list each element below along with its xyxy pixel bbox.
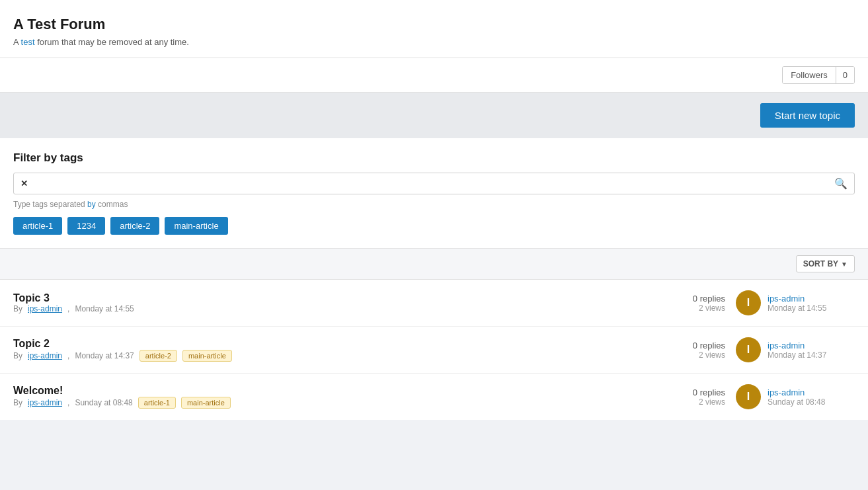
sort-bar: SORT BY ▼ bbox=[0, 249, 868, 280]
filter-title: Filter by tags bbox=[13, 151, 855, 165]
forum-title-text: A Test Forum bbox=[13, 16, 105, 32]
followers-bar: Followers 0 bbox=[0, 58, 868, 93]
tag-search-icon[interactable]: 🔍 bbox=[834, 177, 848, 190]
topic-by-label: By bbox=[13, 398, 22, 407]
start-new-topic-button[interactable]: Start new topic bbox=[760, 103, 855, 128]
topic-date: Monday at 14:55 bbox=[75, 304, 134, 313]
topic-main: Topic 3 By ips-admin, Monday at 14:55 bbox=[13, 292, 659, 313]
tag-hint: Type tags separated by commas bbox=[13, 200, 855, 209]
table-row: Welcome! By ips-admin, Sunday at 08:48 a… bbox=[0, 374, 868, 420]
topic-replies: 0 replies bbox=[659, 341, 725, 350]
sort-by-button[interactable]: SORT BY ▼ bbox=[796, 255, 855, 272]
poster-info: ips-admin Monday at 14:55 bbox=[768, 294, 826, 313]
topic-main: Topic 2 By ips-admin, Monday at 14:37 ar… bbox=[13, 338, 659, 362]
topic-tag-article-2[interactable]: article-2 bbox=[139, 350, 177, 362]
topic-views: 2 views bbox=[659, 397, 725, 407]
topics-list: Topic 3 By ips-admin, Monday at 14:55 0 … bbox=[0, 280, 868, 420]
tag-input-wrapper: ✕ 🔍 bbox=[13, 173, 855, 194]
poster-name[interactable]: ips-admin bbox=[768, 294, 826, 304]
topic-stats: 0 replies 2 views bbox=[659, 294, 725, 313]
topic-main: Welcome! By ips-admin, Sunday at 08:48 a… bbox=[13, 385, 659, 409]
topic-by-label: By bbox=[13, 304, 22, 313]
poster-info: ips-admin Monday at 14:37 bbox=[768, 341, 826, 360]
avatar: I bbox=[736, 290, 761, 315]
topic-stats: 0 replies 2 views bbox=[659, 388, 725, 407]
topic-author[interactable]: ips-admin bbox=[28, 351, 62, 360]
topic-by-label: By bbox=[13, 351, 22, 360]
avatar: I bbox=[736, 384, 761, 409]
poster-time: Monday at 14:55 bbox=[768, 304, 826, 313]
forum-header: A Test Forum A test forum that may be re… bbox=[0, 0, 868, 58]
topic-last-poster: I ips-admin Monday at 14:37 bbox=[736, 337, 855, 362]
table-row: Topic 3 By ips-admin, Monday at 14:55 0 … bbox=[0, 280, 868, 327]
table-row: Topic 2 By ips-admin, Monday at 14:37 ar… bbox=[0, 327, 868, 374]
tag-button-article-2[interactable]: article-2 bbox=[110, 217, 159, 235]
topic-replies: 0 replies bbox=[659, 294, 725, 304]
topic-title[interactable]: Topic 2 bbox=[13, 338, 50, 349]
poster-name[interactable]: ips-admin bbox=[768, 388, 825, 397]
tag-buttons: article-1 1234 article-2 main-article bbox=[13, 217, 855, 235]
topic-meta: By ips-admin, Monday at 14:37 article-2 … bbox=[13, 350, 659, 362]
topic-stats: 0 replies 2 views bbox=[659, 341, 725, 360]
sort-by-label: SORT BY bbox=[803, 259, 838, 268]
topic-views: 2 views bbox=[659, 304, 725, 313]
poster-name[interactable]: ips-admin bbox=[768, 341, 826, 350]
topic-meta: By ips-admin, Sunday at 08:48 article-1 … bbox=[13, 397, 659, 409]
tag-button-1234[interactable]: 1234 bbox=[67, 217, 105, 235]
forum-description: A test forum that may be removed at any … bbox=[13, 37, 855, 47]
topic-author[interactable]: ips-admin bbox=[28, 398, 62, 407]
topic-title[interactable]: Welcome! bbox=[13, 385, 63, 396]
topic-tag-main-article[interactable]: main-article bbox=[182, 350, 232, 362]
tag-hint-by: by bbox=[87, 200, 96, 209]
filter-section: Filter by tags ✕ 🔍 Type tags separated b… bbox=[0, 138, 868, 249]
tag-input-field[interactable] bbox=[32, 179, 834, 189]
topic-author[interactable]: ips-admin bbox=[28, 304, 62, 313]
tag-input-clear-icon[interactable]: ✕ bbox=[20, 179, 28, 188]
topic-tag-main-article[interactable]: main-article bbox=[181, 397, 231, 409]
sort-arrow-icon: ▼ bbox=[841, 261, 848, 268]
topic-tag-article-1[interactable]: article-1 bbox=[138, 397, 176, 409]
action-bar: Start new topic bbox=[0, 93, 868, 138]
topic-date: Monday at 14:37 bbox=[75, 351, 134, 360]
topic-last-poster: I ips-admin Monday at 14:55 bbox=[736, 290, 855, 315]
topic-last-poster: I ips-admin Sunday at 08:48 bbox=[736, 384, 855, 409]
followers-button[interactable]: Followers 0 bbox=[782, 66, 855, 84]
avatar: I bbox=[736, 337, 761, 362]
poster-info: ips-admin Sunday at 08:48 bbox=[768, 388, 825, 407]
followers-count: 0 bbox=[836, 67, 854, 83]
topic-views: 2 views bbox=[659, 350, 725, 360]
topic-meta: By ips-admin, Monday at 14:55 bbox=[13, 304, 659, 313]
tag-button-article-1[interactable]: article-1 bbox=[13, 217, 62, 235]
poster-time: Monday at 14:37 bbox=[768, 350, 826, 360]
topic-title[interactable]: Topic 3 bbox=[13, 292, 50, 304]
forum-description-link[interactable]: test bbox=[21, 37, 35, 47]
tag-button-main-article[interactable]: main-article bbox=[165, 217, 227, 235]
poster-time: Sunday at 08:48 bbox=[768, 397, 825, 407]
topic-date: Sunday at 08:48 bbox=[75, 398, 132, 407]
forum-title: A Test Forum bbox=[13, 16, 855, 33]
topic-replies: 0 replies bbox=[659, 388, 725, 397]
followers-label: Followers bbox=[783, 67, 836, 83]
